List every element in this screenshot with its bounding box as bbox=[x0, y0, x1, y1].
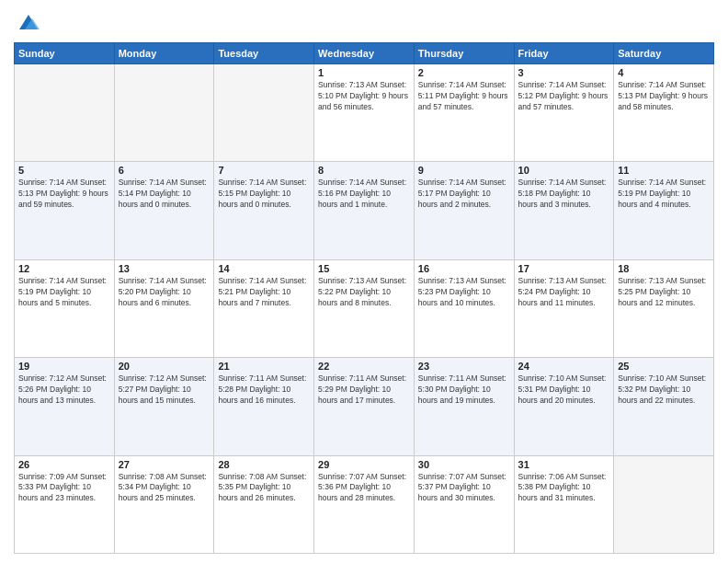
calendar-cell: 6Sunrise: 7:14 AM Sunset: 5:14 PM Daylig… bbox=[114, 162, 214, 259]
day-info: Sunrise: 7:14 AM Sunset: 5:16 PM Dayligh… bbox=[318, 178, 410, 211]
day-number: 17 bbox=[518, 263, 610, 274]
day-number: 21 bbox=[218, 361, 310, 372]
logo-icon bbox=[16, 9, 41, 35]
day-info: Sunrise: 7:09 AM Sunset: 5:33 PM Dayligh… bbox=[18, 472, 110, 505]
calendar-cell: 27Sunrise: 7:08 AM Sunset: 5:34 PM Dayli… bbox=[114, 455, 214, 553]
calendar-cell: 1Sunrise: 7:13 AM Sunset: 5:10 PM Daylig… bbox=[314, 64, 415, 162]
calendar-week-row: 12Sunrise: 7:14 AM Sunset: 5:19 PM Dayli… bbox=[15, 259, 714, 357]
day-info: Sunrise: 7:14 AM Sunset: 5:11 PM Dayligh… bbox=[418, 80, 510, 113]
calendar-table: Sunday Monday Tuesday Wednesday Thursday… bbox=[14, 42, 714, 554]
calendar-cell: 20Sunrise: 7:12 AM Sunset: 5:27 PM Dayli… bbox=[114, 358, 214, 455]
calendar-week-row: 5Sunrise: 7:14 AM Sunset: 5:13 PM Daylig… bbox=[15, 162, 714, 259]
calendar-cell: 15Sunrise: 7:13 AM Sunset: 5:22 PM Dayli… bbox=[314, 259, 415, 357]
calendar-cell: 21Sunrise: 7:11 AM Sunset: 5:28 PM Dayli… bbox=[214, 358, 314, 455]
day-number: 8 bbox=[318, 165, 410, 176]
header-thursday: Thursday bbox=[414, 43, 514, 64]
day-number: 30 bbox=[418, 459, 510, 470]
day-number: 20 bbox=[119, 361, 210, 372]
calendar-cell: 28Sunrise: 7:08 AM Sunset: 5:35 PM Dayli… bbox=[214, 455, 314, 553]
header-saturday: Saturday bbox=[614, 43, 714, 64]
header-monday: Monday bbox=[114, 43, 214, 64]
calendar-cell: 25Sunrise: 7:10 AM Sunset: 5:32 PM Dayli… bbox=[614, 358, 714, 455]
calendar-week-row: 19Sunrise: 7:12 AM Sunset: 5:26 PM Dayli… bbox=[15, 358, 714, 455]
calendar-cell: 24Sunrise: 7:10 AM Sunset: 5:31 PM Dayli… bbox=[514, 358, 614, 455]
calendar-cell: 9Sunrise: 7:14 AM Sunset: 5:17 PM Daylig… bbox=[414, 162, 514, 259]
calendar-cell: 5Sunrise: 7:14 AM Sunset: 5:13 PM Daylig… bbox=[15, 162, 115, 259]
day-info: Sunrise: 7:11 AM Sunset: 5:30 PM Dayligh… bbox=[418, 373, 510, 407]
calendar-cell: 31Sunrise: 7:06 AM Sunset: 5:38 PM Dayli… bbox=[514, 455, 614, 553]
day-number: 31 bbox=[518, 459, 610, 470]
day-number: 1 bbox=[318, 67, 410, 78]
calendar-cell: 14Sunrise: 7:14 AM Sunset: 5:21 PM Dayli… bbox=[214, 259, 314, 357]
day-number: 14 bbox=[218, 263, 310, 274]
calendar-cell: 11Sunrise: 7:14 AM Sunset: 5:19 PM Dayli… bbox=[614, 162, 714, 259]
day-number: 12 bbox=[18, 263, 110, 274]
header-wednesday: Wednesday bbox=[314, 43, 415, 64]
day-info: Sunrise: 7:07 AM Sunset: 5:37 PM Dayligh… bbox=[418, 472, 510, 505]
calendar-cell: 16Sunrise: 7:13 AM Sunset: 5:23 PM Dayli… bbox=[414, 259, 514, 357]
day-info: Sunrise: 7:07 AM Sunset: 5:36 PM Dayligh… bbox=[318, 472, 410, 505]
calendar-cell: 12Sunrise: 7:14 AM Sunset: 5:19 PM Dayli… bbox=[15, 259, 115, 357]
calendar-cell: 29Sunrise: 7:07 AM Sunset: 5:36 PM Dayli… bbox=[314, 455, 415, 553]
day-info: Sunrise: 7:13 AM Sunset: 5:23 PM Dayligh… bbox=[418, 276, 510, 309]
day-number: 25 bbox=[618, 361, 710, 372]
calendar-cell: 10Sunrise: 7:14 AM Sunset: 5:18 PM Dayli… bbox=[514, 162, 614, 259]
day-info: Sunrise: 7:08 AM Sunset: 5:34 PM Dayligh… bbox=[119, 472, 210, 505]
calendar-cell: 18Sunrise: 7:13 AM Sunset: 5:25 PM Dayli… bbox=[614, 259, 714, 357]
header-friday: Friday bbox=[514, 43, 614, 64]
day-info: Sunrise: 7:11 AM Sunset: 5:28 PM Dayligh… bbox=[218, 373, 310, 407]
day-number: 10 bbox=[518, 165, 610, 176]
logo bbox=[14, 9, 41, 35]
day-info: Sunrise: 7:14 AM Sunset: 5:19 PM Dayligh… bbox=[18, 276, 110, 309]
calendar-cell: 8Sunrise: 7:14 AM Sunset: 5:16 PM Daylig… bbox=[314, 162, 415, 259]
day-number: 13 bbox=[119, 263, 210, 274]
calendar-week-row: 26Sunrise: 7:09 AM Sunset: 5:33 PM Dayli… bbox=[15, 455, 714, 553]
day-info: Sunrise: 7:14 AM Sunset: 5:14 PM Dayligh… bbox=[119, 178, 210, 211]
day-info: Sunrise: 7:13 AM Sunset: 5:24 PM Dayligh… bbox=[518, 276, 610, 309]
day-number: 7 bbox=[218, 165, 310, 176]
calendar-cell bbox=[15, 64, 115, 162]
calendar-cell: 4Sunrise: 7:14 AM Sunset: 5:13 PM Daylig… bbox=[614, 64, 714, 162]
day-number: 18 bbox=[618, 263, 710, 274]
day-number: 11 bbox=[618, 165, 710, 176]
day-info: Sunrise: 7:14 AM Sunset: 5:18 PM Dayligh… bbox=[518, 178, 610, 211]
calendar-cell: 23Sunrise: 7:11 AM Sunset: 5:30 PM Dayli… bbox=[414, 358, 514, 455]
day-number: 22 bbox=[318, 361, 410, 372]
calendar-cell bbox=[114, 64, 214, 162]
calendar-body: 1Sunrise: 7:13 AM Sunset: 5:10 PM Daylig… bbox=[15, 64, 714, 554]
day-info: Sunrise: 7:14 AM Sunset: 5:20 PM Dayligh… bbox=[119, 276, 210, 309]
day-number: 16 bbox=[418, 263, 510, 274]
page: Sunday Monday Tuesday Wednesday Thursday… bbox=[0, 0, 728, 563]
day-number: 19 bbox=[18, 361, 110, 372]
day-info: Sunrise: 7:10 AM Sunset: 5:31 PM Dayligh… bbox=[518, 373, 610, 407]
calendar-cell: 30Sunrise: 7:07 AM Sunset: 5:37 PM Dayli… bbox=[414, 455, 514, 553]
calendar-cell bbox=[214, 64, 314, 162]
day-number: 29 bbox=[318, 459, 410, 470]
day-info: Sunrise: 7:12 AM Sunset: 5:27 PM Dayligh… bbox=[119, 373, 210, 407]
calendar-cell bbox=[614, 455, 714, 553]
day-info: Sunrise: 7:06 AM Sunset: 5:38 PM Dayligh… bbox=[518, 472, 610, 505]
calendar-cell: 22Sunrise: 7:11 AM Sunset: 5:29 PM Dayli… bbox=[314, 358, 415, 455]
day-number: 24 bbox=[518, 361, 610, 372]
day-info: Sunrise: 7:12 AM Sunset: 5:26 PM Dayligh… bbox=[18, 373, 110, 407]
day-info: Sunrise: 7:14 AM Sunset: 5:12 PM Dayligh… bbox=[518, 80, 610, 113]
calendar-week-row: 1Sunrise: 7:13 AM Sunset: 5:10 PM Daylig… bbox=[15, 64, 714, 162]
calendar-cell: 3Sunrise: 7:14 AM Sunset: 5:12 PM Daylig… bbox=[514, 64, 614, 162]
day-number: 15 bbox=[318, 263, 410, 274]
calendar-cell: 19Sunrise: 7:12 AM Sunset: 5:26 PM Dayli… bbox=[15, 358, 115, 455]
day-info: Sunrise: 7:14 AM Sunset: 5:19 PM Dayligh… bbox=[618, 178, 710, 211]
header bbox=[14, 9, 714, 35]
day-info: Sunrise: 7:13 AM Sunset: 5:10 PM Dayligh… bbox=[318, 80, 410, 113]
calendar-cell: 13Sunrise: 7:14 AM Sunset: 5:20 PM Dayli… bbox=[114, 259, 214, 357]
header-tuesday: Tuesday bbox=[214, 43, 314, 64]
day-number: 23 bbox=[418, 361, 510, 372]
day-info: Sunrise: 7:10 AM Sunset: 5:32 PM Dayligh… bbox=[618, 373, 710, 407]
calendar-cell: 17Sunrise: 7:13 AM Sunset: 5:24 PM Dayli… bbox=[514, 259, 614, 357]
day-number: 28 bbox=[218, 459, 310, 470]
day-number: 3 bbox=[518, 67, 610, 78]
day-info: Sunrise: 7:11 AM Sunset: 5:29 PM Dayligh… bbox=[318, 373, 410, 407]
day-number: 2 bbox=[418, 67, 510, 78]
calendar-cell: 26Sunrise: 7:09 AM Sunset: 5:33 PM Dayli… bbox=[15, 455, 115, 553]
day-info: Sunrise: 7:14 AM Sunset: 5:13 PM Dayligh… bbox=[18, 178, 110, 211]
day-info: Sunrise: 7:14 AM Sunset: 5:13 PM Dayligh… bbox=[618, 80, 710, 113]
